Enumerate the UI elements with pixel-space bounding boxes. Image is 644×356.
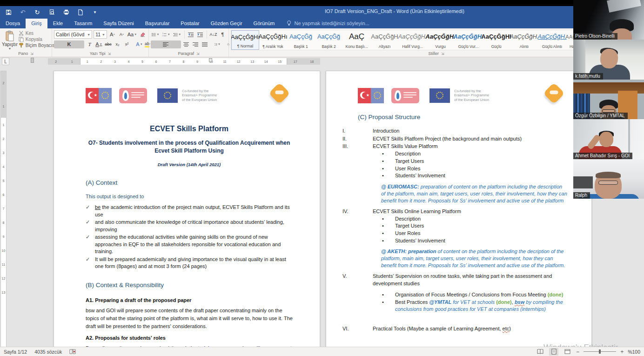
align-right-button[interactable]	[192, 40, 200, 48]
heading-b-responsibility: (B) Context & Responsibility	[86, 282, 293, 289]
tab-gozden-gecir[interactable]: Gözden Geçir	[205, 19, 248, 28]
indent-marker-left[interactable]	[31, 58, 34, 63]
outline-item-4-bullets: •Description•Target Users•User Roles•Stu…	[342, 215, 567, 245]
undo-button[interactable]: ↶	[19, 8, 27, 16]
line-spacing-icon	[215, 42, 217, 47]
zoom-in-button[interactable]: +	[620, 349, 624, 355]
clipboard-dialog-launcher[interactable]: ⇲	[30, 52, 34, 56]
zoom-slider[interactable]	[584, 351, 616, 352]
tell-me-search[interactable]: Ne yapmak istediğinizi söyleyin...	[280, 19, 374, 28]
outdent-icon	[188, 32, 194, 37]
font-size-combo[interactable]: 11▼	[94, 30, 107, 39]
zoom-level[interactable]: %100	[628, 349, 640, 355]
style-title[interactable]: AaÇKonu Başlı...	[343, 30, 371, 50]
web-layout-view-button[interactable]	[563, 348, 572, 356]
font-dialog-launcher[interactable]: ⇲	[108, 52, 111, 56]
video-tile-fatih[interactable]: k.fatih.mutlu	[573, 40, 644, 79]
change-case-button[interactable]: Aa▼	[127, 31, 137, 39]
page-count[interactable]: Sayfa 1/12	[4, 349, 27, 355]
styles-dialog-launcher[interactable]: ⇲	[441, 52, 444, 56]
font-name-combo[interactable]: Calibri (Gövd▼	[54, 30, 92, 39]
quick-print-button[interactable]	[62, 8, 70, 16]
document-page-1[interactable]: ★ Co-funded by theErasmus+ Programmeof t…	[54, 71, 320, 347]
multilevel-list-button[interactable]: ▼	[173, 31, 182, 39]
style-intense-emphasis[interactable]: AaÇçĞğH.Güçlü Vur...	[455, 30, 483, 50]
style-heading2[interactable]: AaÇçĞğBaşlık 2	[315, 30, 343, 50]
a2-title: A2. Proposals for students' roles	[86, 335, 293, 341]
proofing-status-icon[interactable]	[69, 349, 76, 355]
new-document-button[interactable]	[77, 8, 84, 16]
tab-dosya[interactable]: Dosya	[0, 19, 26, 28]
cut-button[interactable]: Kes	[19, 31, 56, 36]
bullet-item: •Students’ Involvement	[342, 237, 567, 245]
align-left-icon	[163, 42, 169, 47]
print-layout-view-button[interactable]	[549, 348, 558, 356]
paragraph-dialog-launcher[interactable]: ⇲	[196, 52, 200, 56]
word-count[interactable]: 4035 sözcük	[34, 349, 62, 355]
document-page-2[interactable]: ★ Co-funded by theErasmus+ Programmeof t…	[326, 71, 592, 347]
video-tile-ahmet[interactable]: Ahmet Bahadır Sırış - GOI	[573, 119, 644, 159]
read-mode-view-button[interactable]	[536, 348, 545, 356]
horizontal-ruler[interactable]: 21 123456789101112131415 1718	[48, 58, 320, 65]
tab-postalar[interactable]: Postalar	[175, 19, 205, 28]
cofunded-text: Co-funded by theErasmus+ Programmeof the…	[454, 89, 489, 102]
paste-button[interactable]: Yapıştır ▼	[2, 30, 18, 50]
align-right-icon	[193, 42, 199, 47]
print-preview-button[interactable]	[48, 8, 55, 16]
sort-button[interactable]: A↓Z	[209, 31, 217, 39]
align-center-button[interactable]	[182, 40, 190, 48]
grow-font-button[interactable]: A˄	[108, 31, 116, 39]
zoom-slider-knob[interactable]	[599, 349, 601, 354]
justify-button[interactable]	[201, 40, 209, 48]
show-marks-button[interactable]: ¶	[219, 31, 227, 39]
tab-sayfa-duzeni[interactable]: Sayfa Düzeni	[98, 19, 139, 28]
paste-dropdown-arrow: ▼	[8, 47, 11, 50]
indent-marker-right[interactable]	[209, 58, 212, 62]
bullets-button[interactable]: ▼	[151, 31, 160, 39]
increase-indent-button[interactable]	[196, 31, 204, 39]
bold-button[interactable]: K	[54, 40, 84, 48]
style-intense-quote[interactable]: AaÇçĞğH.Güçlü Alıntı	[538, 30, 566, 50]
save-button[interactable]	[5, 8, 12, 16]
style-subtle-emphasis[interactable]: AaÇçĞğH.Hafif Vurg...	[399, 30, 427, 50]
video-tile-ozgur[interactable]: Özgür Özbilgin / YMTAL	[573, 80, 644, 119]
superscript-button[interactable]: x²	[123, 40, 131, 48]
tab-stop-selector[interactable]: L	[2, 58, 9, 65]
underline-button[interactable]: A▼	[95, 40, 103, 48]
heading-c-proposal-structure: (C) Proposal Structure	[358, 114, 567, 121]
tab-ekle[interactable]: Ekle	[47, 19, 68, 28]
zoom-out-button[interactable]: −	[576, 349, 579, 355]
text-effects-button[interactable]: A▼	[135, 40, 143, 48]
customize-qat-button[interactable]: ▼	[91, 8, 99, 16]
style-quote[interactable]: AaÇçĞğH.Alıntı	[510, 30, 538, 50]
line-spacing-button[interactable]: ▼	[214, 40, 221, 48]
strikethrough-button[interactable]: abc	[104, 40, 112, 48]
subscript-button[interactable]: x₂	[114, 40, 121, 48]
italic-button[interactable]: T	[86, 40, 94, 48]
vertical-ruler[interactable]: 21 12345678910111213	[0, 71, 7, 347]
quick-access-toolbar: ↶ ↻ ▼	[5, 8, 99, 16]
shrink-font-button[interactable]: A˅	[118, 31, 126, 39]
style-normal[interactable]: AaÇçĞğHı¶ Normal	[231, 30, 259, 50]
clipboard-group: Yapıştır ▼ Kes Kopyala Biçim Boyacısı Pa…	[0, 28, 52, 57]
style-heading1[interactable]: AaÇçĞğBaşlık 1	[287, 30, 315, 50]
tab-gorunum[interactable]: Görünüm	[248, 19, 281, 28]
outline-item-2: II.ECVET Skills Platform Project (the ba…	[342, 135, 567, 143]
font-group: Calibri (Gövd▼ 11▼ A˄ A˅ Aa▼ K T A▼ abc …	[52, 28, 149, 57]
align-left-button[interactable]	[151, 40, 181, 48]
copy-button[interactable]: Kopyala	[19, 37, 56, 42]
video-tile-ralph[interactable]: Ralph	[573, 159, 644, 199]
decrease-indent-button[interactable]	[187, 31, 195, 39]
format-painter-button[interactable]: Biçim Boyacısı	[19, 43, 56, 48]
style-no-spacing[interactable]: AaÇçĞğHı¶ Aralık Yok	[259, 30, 287, 50]
style-strong[interactable]: AaÇçĞğHIGüçlü	[483, 30, 510, 50]
clear-formatting-button[interactable]	[139, 31, 147, 39]
tab-giris[interactable]: Giriş	[26, 19, 47, 28]
redo-button[interactable]: ↻	[34, 8, 41, 16]
numbering-button[interactable]: 12▼	[161, 31, 171, 39]
tab-basvurular[interactable]: Başvurular	[140, 19, 175, 28]
style-subtitle[interactable]: AaÇçĞğHAltyazı	[371, 30, 399, 50]
style-emphasis[interactable]: AaÇçĞğH.Vurgu	[427, 30, 455, 50]
video-tile-pietro[interactable]: Pietro Olson-Binelli	[573, 0, 644, 40]
tab-tasarim[interactable]: Tasarım	[68, 19, 98, 28]
